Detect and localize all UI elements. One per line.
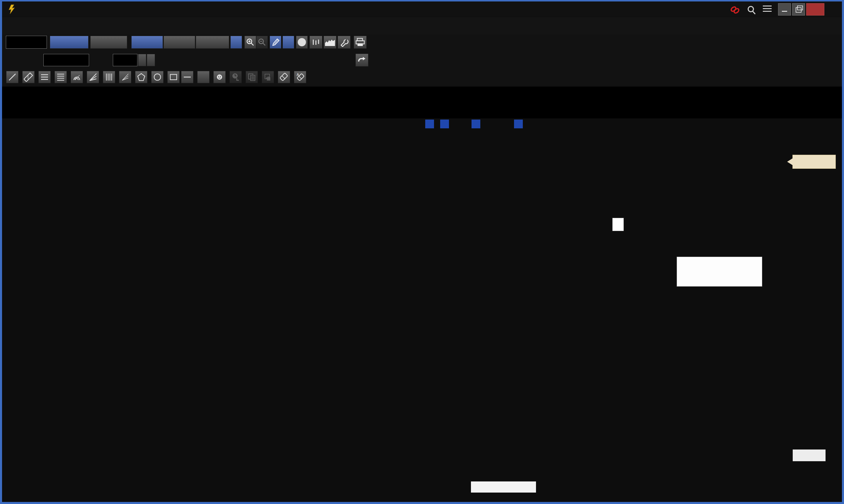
news-marker[interactable]	[425, 120, 434, 128]
wrench-icon	[339, 37, 349, 47]
ellipse-tool-button[interactable]	[151, 71, 163, 83]
area-chart-button[interactable]	[324, 36, 337, 49]
quote-row-2	[2, 103, 842, 119]
zoom-out-icon	[257, 37, 267, 47]
indexed-mode-button[interactable]	[163, 36, 195, 49]
zoom-in-button[interactable]	[245, 36, 256, 49]
trade-note-tooltip[interactable]	[677, 257, 762, 287]
spread-mode-button[interactable]	[196, 36, 229, 49]
my-sliders-icon	[312, 39, 320, 45]
horizontal-line-icon	[183, 72, 192, 82]
news-marker[interactable]	[514, 120, 523, 128]
news-marker[interactable]	[440, 120, 449, 128]
draw-toolbar: A	[2, 69, 842, 86]
title-bar	[2, 1, 842, 17]
window-border-right	[842, 0, 844, 504]
draw-pencil-button[interactable]	[270, 36, 281, 49]
undo-arrow-icon	[358, 56, 366, 64]
horizontal-line-tool-button[interactable]	[181, 71, 193, 83]
erase-all-tool-button[interactable]: A	[294, 71, 306, 83]
time-event-tool-button[interactable]	[230, 71, 242, 83]
window-border-bottom	[0, 502, 844, 504]
window-border-left	[0, 0, 2, 504]
icon-stamp-tool-button[interactable]	[213, 71, 226, 83]
count-up-button[interactable]	[147, 54, 155, 66]
count-down-button[interactable]	[138, 54, 146, 66]
zoom-in-icon	[246, 37, 255, 47]
menu-icon[interactable]	[763, 4, 772, 14]
printer-icon	[356, 38, 365, 47]
buy-entry-marker[interactable]	[612, 217, 624, 232]
count-mode-select[interactable]	[43, 54, 89, 66]
my-settings-button[interactable]	[309, 36, 322, 49]
smiley-icon	[216, 74, 223, 80]
trendline-icon	[7, 72, 17, 82]
pencil-icon	[271, 37, 280, 47]
gann-fan-tool-button[interactable]	[119, 71, 131, 83]
mountain-chart-icon	[325, 38, 335, 46]
close-button[interactable]	[806, 3, 824, 16]
app-window: A	[0, 0, 844, 504]
rectangle-tool-button[interactable]	[167, 71, 180, 83]
info-button[interactable]	[296, 36, 308, 49]
fib-fan-tool-button[interactable]	[87, 71, 99, 83]
minimize-icon	[782, 7, 787, 12]
link-group-icon[interactable]	[730, 5, 742, 16]
current-price-callout	[792, 155, 836, 169]
quote-row-1	[2, 87, 842, 103]
copy-icon	[247, 72, 256, 82]
three-lines-icon	[40, 72, 49, 82]
info-icon	[298, 38, 306, 46]
cursor-time-tag	[471, 482, 536, 492]
crosshair-button[interactable]	[230, 36, 242, 49]
display-period-button[interactable]	[50, 36, 89, 49]
price-yen-button[interactable]	[283, 36, 294, 49]
fib-extension-tool-button[interactable]	[54, 71, 67, 83]
ruler-tool-button[interactable]	[22, 71, 35, 83]
tab-strip	[2, 17, 842, 35]
eraser-tool-button[interactable]	[278, 71, 290, 83]
eraser-icon	[279, 72, 289, 82]
period-bar	[2, 52, 842, 69]
pentagon-icon	[137, 72, 146, 82]
normal-mode-button[interactable]	[131, 36, 163, 49]
print-button[interactable]	[354, 36, 366, 49]
fib-arcs-tool-button[interactable]	[71, 71, 83, 83]
zoom-out-button[interactable]	[256, 36, 268, 49]
ruler-icon	[24, 72, 33, 82]
bar-count-input[interactable]	[113, 54, 138, 66]
thin-fan-icon	[121, 72, 130, 82]
circle-icon	[153, 72, 162, 82]
news-marker[interactable]	[471, 120, 480, 128]
minimize-button[interactable]	[778, 3, 791, 16]
fib-timezone-tool-button[interactable]	[103, 71, 115, 83]
chart-toolbar	[2, 35, 842, 52]
text-tool-button[interactable]	[197, 71, 210, 83]
clock-icon	[231, 72, 240, 82]
arcs-icon	[72, 72, 82, 82]
trendline-tool-button[interactable]	[6, 71, 18, 83]
hand-icon	[263, 72, 272, 82]
restore-icon	[796, 7, 802, 13]
vertical-lines-icon	[104, 72, 114, 82]
pentagon-tool-button[interactable]	[135, 71, 147, 83]
app-lightning-icon	[7, 4, 17, 15]
fan-icon	[88, 72, 97, 82]
reset-range-button[interactable]	[356, 54, 369, 67]
callout-arrow	[787, 158, 793, 165]
search-icon[interactable]	[747, 5, 757, 16]
four-lines-icon	[56, 72, 65, 82]
move-drawing-tool-button[interactable]	[262, 71, 274, 83]
eraser-all-icon: A	[295, 72, 305, 82]
restore-button[interactable]	[792, 3, 805, 16]
fib-retracement-tool-button[interactable]	[38, 71, 51, 83]
technical-button[interactable]	[90, 36, 127, 49]
rectangle-icon	[169, 72, 178, 82]
cursor-volume-tag	[793, 450, 826, 461]
copy-drawing-tool-button[interactable]	[246, 71, 258, 83]
interval-select[interactable]	[6, 36, 47, 49]
settings-wrench-button[interactable]	[338, 36, 351, 49]
price-chart-canvas[interactable]	[2, 119, 842, 502]
